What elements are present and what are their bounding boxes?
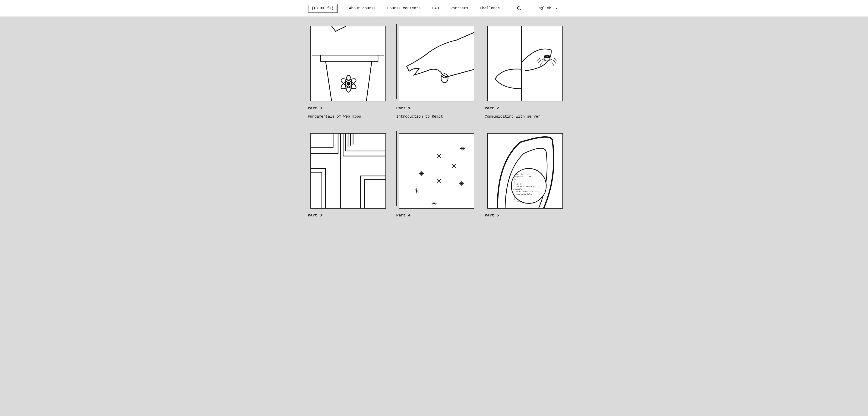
nav-about-course[interactable]: About course <box>349 6 376 10</box>
nav-course-contents[interactable]: Course contents <box>387 6 421 10</box>
card-frame <box>308 24 383 99</box>
dandelion-seeds-icon <box>399 134 474 209</box>
svg-text:id: 2,: id: 2, <box>516 183 522 185</box>
svg-point-0 <box>518 6 520 9</box>
hand-seed-icon <box>399 26 474 101</box>
card-frame <box>485 24 560 99</box>
card-illustration: ate: '2017-12 important: true }, { id: 2… <box>487 133 563 209</box>
chevron-down-icon <box>555 7 558 10</box>
navbar-inner: {() => fs} About course Course contents … <box>308 4 560 13</box>
card-illustration <box>310 26 386 101</box>
part-card-3[interactable]: Part 3 <box>308 131 383 222</box>
card-illustration <box>399 26 474 101</box>
card-part-label: Part 2 <box>485 106 560 110</box>
card-frame <box>396 131 472 206</box>
language-selector[interactable]: English <box>534 5 560 11</box>
svg-text:important: false: important: false <box>516 193 532 195</box>
nav-faq[interactable]: FAQ <box>432 6 439 10</box>
page-content: Part 0 Fundamentals of Web apps Part 1 I… <box>0 17 868 222</box>
nav-partners[interactable]: Partners <box>451 6 468 10</box>
svg-text:important: true: important: true <box>515 175 531 178</box>
svg-text:content: 'Selain pysty: content: 'Selain pysty <box>516 185 538 188</box>
svg-point-14 <box>548 56 549 57</box>
card-title: Introduction to React <box>396 115 472 119</box>
part-card-1[interactable]: Part 1 Introduction to React <box>396 24 472 119</box>
language-label: English <box>536 6 551 10</box>
card-frame: ate: '2017-12 important: true }, { id: 2… <box>485 131 560 206</box>
top-navbar: {() => fs} About course Course contents … <box>0 0 868 17</box>
card-illustration <box>487 26 563 101</box>
logo-text: {() => fs} <box>309 5 337 12</box>
part-card-5[interactable]: ate: '2017-12 important: true }, { id: 2… <box>485 131 560 222</box>
card-part-label: Part 4 <box>396 213 472 218</box>
svg-text:date: '2017-12-10T18:3: date: '2017-12-10T18:3 <box>516 191 538 193</box>
part-card-4[interactable]: Part 4 <box>396 131 472 222</box>
svg-text:{: { <box>514 181 515 183</box>
svg-line-1 <box>520 9 521 10</box>
circuit-icon <box>311 134 385 209</box>
card-part-label: Part 5 <box>485 213 560 218</box>
parts-grid: Part 0 Fundamentals of Web apps Part 1 I… <box>308 24 560 222</box>
nav-challenge[interactable]: Challenge <box>480 6 500 10</box>
card-illustration <box>310 133 386 209</box>
search-button[interactable] <box>516 5 522 11</box>
card-frame <box>396 24 472 99</box>
svg-point-13 <box>545 56 546 57</box>
flowerpot-icon <box>311 26 385 101</box>
card-frame <box>308 131 383 206</box>
part-card-2[interactable]: Part 2 Communicating with server <box>485 24 560 119</box>
avocado-code-icon: ate: '2017-12 important: true }, { id: 2… <box>488 134 562 209</box>
svg-text:},: }, <box>514 196 516 198</box>
svg-text:id: 3,: id: 3, <box>517 200 523 202</box>
card-part-label: Part 3 <box>308 213 383 218</box>
site-logo[interactable]: {() => fs} <box>308 4 338 13</box>
svg-text:},: }, <box>514 178 516 180</box>
card-illustration <box>399 133 474 209</box>
card-title: Fundamentals of Web apps <box>308 115 383 119</box>
svg-text:{: { <box>514 198 515 200</box>
card-part-label: Part 1 <box>396 106 472 110</box>
svg-text:ate: '2017-12: ate: '2017-12 <box>515 173 529 175</box>
plant-bug-icon <box>488 26 562 101</box>
main-nav: About course Course contents FAQ Partner… <box>349 6 504 10</box>
svg-point-7 <box>347 82 350 85</box>
card-title: Communicating with server <box>485 115 560 119</box>
search-icon <box>517 6 522 11</box>
part-card-0[interactable]: Part 0 Fundamentals of Web apps <box>308 24 383 119</box>
card-part-label: Part 0 <box>308 106 383 110</box>
svg-text:criptiä',: criptiä', <box>513 188 522 190</box>
